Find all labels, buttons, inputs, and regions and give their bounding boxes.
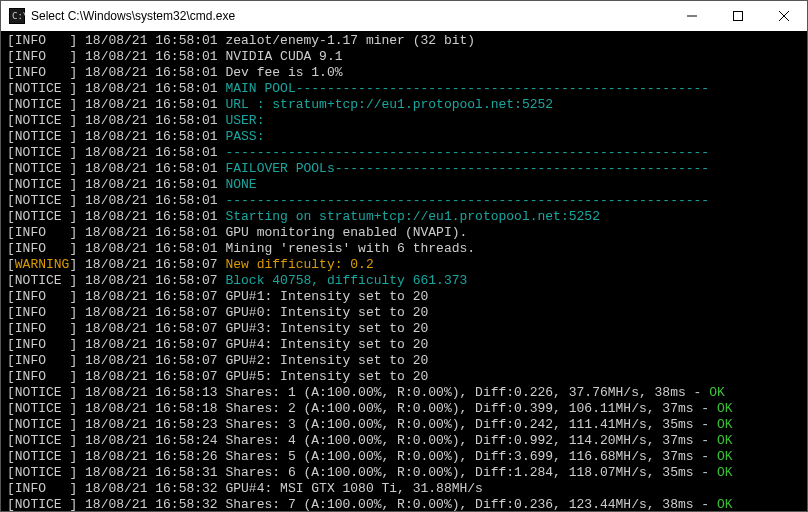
log-message: zealot/enemy-1.17 miner (32 bit) bbox=[225, 33, 475, 48]
bracket-close: ] bbox=[69, 97, 85, 112]
titlebar[interactable]: C:\ Select C:\Windows\system32\cmd.exe bbox=[1, 1, 807, 31]
bracket-open: [ bbox=[7, 177, 15, 192]
bracket-open: [ bbox=[7, 49, 15, 64]
bracket-close: ] bbox=[69, 433, 85, 448]
log-timestamp: 18/08/21 16:58:07 bbox=[85, 321, 225, 336]
log-message: Mining 'renesis' with 6 threads. bbox=[225, 241, 475, 256]
log-message: GPU#1: Intensity set to 20 bbox=[225, 289, 428, 304]
svg-text:C:\: C:\ bbox=[12, 11, 25, 21]
log-level: NOTICE bbox=[15, 449, 70, 464]
bracket-open: [ bbox=[7, 481, 15, 496]
bracket-open: [ bbox=[7, 113, 15, 128]
bracket-open: [ bbox=[7, 321, 15, 336]
log-line: [NOTICE ] 18/08/21 16:58:01 FAILOVER POO… bbox=[7, 161, 801, 177]
bracket-open: [ bbox=[7, 289, 15, 304]
log-level: NOTICE bbox=[15, 81, 70, 96]
log-level: NOTICE bbox=[15, 385, 70, 400]
bracket-open: [ bbox=[7, 241, 15, 256]
log-status: OK bbox=[717, 417, 733, 432]
bracket-close: ] bbox=[69, 65, 85, 80]
bracket-close: ] bbox=[69, 369, 85, 384]
bracket-close: ] bbox=[69, 81, 85, 96]
log-level: INFO bbox=[15, 305, 70, 320]
bracket-close: ] bbox=[69, 49, 85, 64]
log-message: GPU#5: Intensity set to 20 bbox=[225, 369, 428, 384]
log-timestamp: 18/08/21 16:58:26 bbox=[85, 449, 225, 464]
log-level: WARNING bbox=[15, 257, 70, 272]
log-status: OK bbox=[717, 449, 733, 464]
window-controls bbox=[669, 1, 807, 31]
bracket-close: ] bbox=[69, 161, 85, 176]
log-message: GPU#2: Intensity set to 20 bbox=[225, 353, 428, 368]
bracket-close: ] bbox=[69, 193, 85, 208]
log-timestamp: 18/08/21 16:58:07 bbox=[85, 353, 225, 368]
cmd-window: C:\ Select C:\Windows\system32\cmd.exe [… bbox=[0, 0, 808, 512]
bracket-open: [ bbox=[7, 129, 15, 144]
log-level: INFO bbox=[15, 353, 70, 368]
log-message: GPU monitoring enabled (NVAPI). bbox=[225, 225, 467, 240]
log-level: INFO bbox=[15, 65, 70, 80]
log-message: GPU#3: Intensity set to 20 bbox=[225, 321, 428, 336]
log-timestamp: 18/08/21 16:58:07 bbox=[85, 369, 225, 384]
log-level: INFO bbox=[15, 337, 70, 352]
log-status: OK bbox=[717, 497, 733, 511]
log-line: [INFO ] 18/08/21 16:58:01 zealot/enemy-1… bbox=[7, 33, 801, 49]
window-title: Select C:\Windows\system32\cmd.exe bbox=[31, 9, 669, 23]
log-line: [INFO ] 18/08/21 16:58:01 Dev fee is 1.0… bbox=[7, 65, 801, 81]
log-message: Shares: 1 (A:100.00%, R:0.00%), Diff:0.2… bbox=[225, 385, 709, 400]
log-line: [INFO ] 18/08/21 16:58:01 NVIDIA CUDA 9.… bbox=[7, 49, 801, 65]
minimize-button[interactable] bbox=[669, 1, 715, 31]
bracket-close: ] bbox=[69, 353, 85, 368]
log-message: Shares: 3 (A:100.00%, R:0.00%), Diff:0.2… bbox=[225, 417, 716, 432]
bracket-close: ] bbox=[69, 401, 85, 416]
log-line: [NOTICE ] 18/08/21 16:58:01 USER: bbox=[7, 113, 801, 129]
log-timestamp: 18/08/21 16:58:01 bbox=[85, 81, 225, 96]
log-level: INFO bbox=[15, 225, 70, 240]
log-message: Shares: 7 (A:100.00%, R:0.00%), Diff:0.2… bbox=[225, 497, 716, 511]
log-level: INFO bbox=[15, 241, 70, 256]
log-line: [INFO ] 18/08/21 16:58:07 GPU#3: Intensi… bbox=[7, 321, 801, 337]
log-message: FAILOVER POOLs--------------------------… bbox=[225, 161, 709, 176]
log-message: Shares: 5 (A:100.00%, R:0.00%), Diff:3.6… bbox=[225, 449, 716, 464]
bracket-close: ] bbox=[69, 225, 85, 240]
maximize-button[interactable] bbox=[715, 1, 761, 31]
log-timestamp: 18/08/21 16:58:07 bbox=[85, 273, 225, 288]
bracket-close: ] bbox=[69, 497, 85, 511]
bracket-close: ] bbox=[69, 385, 85, 400]
log-timestamp: 18/08/21 16:58:01 bbox=[85, 97, 225, 112]
log-message: Shares: 2 (A:100.00%, R:0.00%), Diff:0.3… bbox=[225, 401, 716, 416]
log-level: NOTICE bbox=[15, 209, 70, 224]
log-timestamp: 18/08/21 16:58:24 bbox=[85, 433, 225, 448]
cmd-icon: C:\ bbox=[9, 8, 25, 24]
log-line: [NOTICE ] 18/08/21 16:58:01 PASS: bbox=[7, 129, 801, 145]
log-level: INFO bbox=[15, 33, 70, 48]
close-button[interactable] bbox=[761, 1, 807, 31]
log-timestamp: 18/08/21 16:58:01 bbox=[85, 145, 225, 160]
log-message: Shares: 4 (A:100.00%, R:0.00%), Diff:0.9… bbox=[225, 433, 716, 448]
bracket-close: ] bbox=[69, 241, 85, 256]
log-message: ----------------------------------------… bbox=[225, 193, 709, 208]
log-timestamp: 18/08/21 16:58:07 bbox=[85, 289, 225, 304]
log-timestamp: 18/08/21 16:58:01 bbox=[85, 49, 225, 64]
bracket-close: ] bbox=[69, 129, 85, 144]
terminal-output[interactable]: [INFO ] 18/08/21 16:58:01 zealot/enemy-1… bbox=[1, 31, 807, 511]
log-timestamp: 18/08/21 16:58:01 bbox=[85, 209, 225, 224]
log-timestamp: 18/08/21 16:58:01 bbox=[85, 241, 225, 256]
log-status: OK bbox=[717, 465, 733, 480]
bracket-open: [ bbox=[7, 225, 15, 240]
bracket-close: ] bbox=[69, 113, 85, 128]
log-line: [NOTICE ] 18/08/21 16:58:01 NONE bbox=[7, 177, 801, 193]
log-message: GPU#4: Intensity set to 20 bbox=[225, 337, 428, 352]
log-timestamp: 18/08/21 16:58:01 bbox=[85, 177, 225, 192]
log-line: [INFO ] 18/08/21 16:58:07 GPU#1: Intensi… bbox=[7, 289, 801, 305]
log-message: Dev fee is 1.0% bbox=[225, 65, 342, 80]
log-level: NOTICE bbox=[15, 465, 70, 480]
log-level: NOTICE bbox=[15, 497, 70, 511]
log-message: Shares: 6 (A:100.00%, R:0.00%), Diff:1.2… bbox=[225, 465, 716, 480]
log-message: NONE bbox=[225, 177, 256, 192]
bracket-open: [ bbox=[7, 209, 15, 224]
bracket-open: [ bbox=[7, 81, 15, 96]
log-line: [INFO ] 18/08/21 16:58:07 GPU#0: Intensi… bbox=[7, 305, 801, 321]
log-line: [INFO ] 18/08/21 16:58:01 Mining 'renesi… bbox=[7, 241, 801, 257]
log-status: OK bbox=[717, 433, 733, 448]
